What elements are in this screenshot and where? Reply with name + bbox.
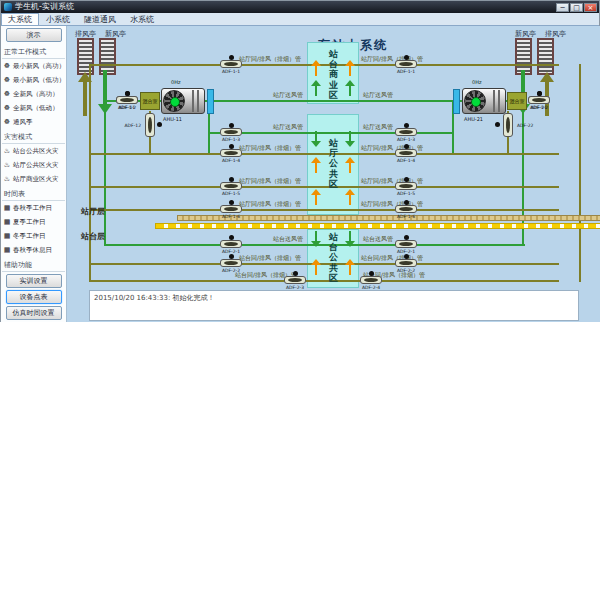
fan-impeller-icon xyxy=(163,90,185,112)
sidebar-item-label: 春秋季休息日 xyxy=(13,246,52,255)
damper[interactable]: ADF-1-3 xyxy=(395,123,417,142)
mode-icon: ▦ xyxy=(3,218,11,226)
sidebar-item-3-2[interactable]: ▦夏季工作日 xyxy=(1,215,66,229)
damper-blade-icon xyxy=(224,242,238,246)
sidebar-item-1-5[interactable]: ☸通风季 xyxy=(1,115,66,129)
tab-3[interactable]: 隧道通风 xyxy=(77,13,123,25)
section-header-2: 灾害模式 xyxy=(2,129,65,144)
damper[interactable]: ADF-11 xyxy=(116,91,138,110)
damper-blade-icon xyxy=(399,62,413,66)
damper-body-icon xyxy=(220,240,242,248)
platform-edge-dashed-line xyxy=(155,223,600,229)
damper[interactable]: ADF-2-1 xyxy=(220,235,242,254)
fan-status-light xyxy=(170,97,180,107)
damper-blade-icon xyxy=(224,207,238,211)
damper-blade-icon xyxy=(399,130,413,134)
damper-tag: ADF-22 xyxy=(517,123,533,128)
section-header-3: 时间表 xyxy=(2,186,65,201)
mode-icon: ☸ xyxy=(3,118,11,126)
damper[interactable]: ADF-1-4 xyxy=(220,144,242,163)
damper-body-icon xyxy=(395,240,417,248)
damper[interactable]: ADF-1-5 xyxy=(220,177,242,196)
damper[interactable]: ADF-1-6 xyxy=(395,200,417,219)
mode-icon: ☸ xyxy=(3,90,11,98)
flow-arrow-down xyxy=(345,131,355,147)
sidebar-item-3-1[interactable]: ▦春秋季工作日 xyxy=(1,201,66,215)
damper[interactable]: ADF-2-3 xyxy=(284,271,306,290)
sidebar-item-1-1[interactable]: ☸最小新风（高功） xyxy=(1,59,66,73)
sidebar-item-1-4[interactable]: ☸全新风（低动） xyxy=(1,101,66,115)
damper-tag: ADF-1-5 xyxy=(220,191,242,196)
tab-2[interactable]: 小系统 xyxy=(39,13,77,25)
duct-label: 站厅回/排风（排烟）管 xyxy=(239,200,301,209)
damper-body-icon xyxy=(145,113,155,137)
demo-button[interactable]: 演示 xyxy=(6,28,62,42)
sidebar-item-label: 站厅公共区火灾 xyxy=(13,161,59,170)
damper[interactable]: ADF-2-4 xyxy=(360,271,382,290)
damper[interactable]: ADF-1-5 xyxy=(395,177,417,196)
aux-button-1[interactable]: 实训设置 xyxy=(6,274,62,288)
duct-label: 站厅送风管 xyxy=(363,123,393,132)
damper-body-icon xyxy=(395,182,417,190)
damper[interactable]: ADF-1-1 xyxy=(395,55,417,74)
damper-body-icon xyxy=(528,96,550,104)
duct-hall-return-2 xyxy=(89,153,559,155)
close-button[interactable]: × xyxy=(584,3,597,12)
aux-button-2[interactable]: 设备点表 xyxy=(6,290,62,304)
mode-icon: ♨ xyxy=(3,147,11,155)
damper[interactable]: ADF-1-3 xyxy=(220,123,242,142)
damper-blade-icon xyxy=(532,98,546,102)
damper[interactable]: ADF-1-6 xyxy=(220,200,242,219)
sidebar-item-1-3[interactable]: ☸全新风（高功） xyxy=(1,87,66,101)
damper-blade-icon xyxy=(399,184,413,188)
zone-label-commercial: 站台商业区 xyxy=(328,49,339,100)
ahu-fan-right[interactable] xyxy=(462,88,506,114)
damper-blade-icon xyxy=(399,242,413,246)
flow-arrow-up xyxy=(311,80,321,96)
mode-icon: ♨ xyxy=(3,175,11,183)
aux-button-3[interactable]: 仿真时间设置 xyxy=(6,306,62,320)
damper-body-icon xyxy=(395,60,417,68)
sidebar-item-2-1[interactable]: ♨站台公共区火灾 xyxy=(1,144,66,158)
damper-blade-icon xyxy=(148,117,152,133)
maximize-button[interactable]: □ xyxy=(570,3,583,12)
ahu-fan-left[interactable] xyxy=(161,88,205,114)
damper[interactable]: ADF-1-1 xyxy=(220,55,242,74)
tab-bar: 大系统小系统隧道通风水系统 xyxy=(1,13,599,26)
damper[interactable]: ADF-1-4 xyxy=(395,144,417,163)
sidebar-item-2-2[interactable]: ♨站厅公共区火灾 xyxy=(1,158,66,172)
duct-label: 站厅回/排风（排烟）管 xyxy=(239,177,301,186)
sidebar-item-1-2[interactable]: ☸最小新风（低功） xyxy=(1,73,66,87)
minimize-button[interactable]: ─ xyxy=(556,3,569,12)
damper[interactable]: ADF-2-1 xyxy=(395,235,417,254)
tab-4[interactable]: 水系统 xyxy=(123,13,161,25)
mode-icon: ☸ xyxy=(3,104,11,112)
tab-1[interactable]: 大系统 xyxy=(1,13,39,25)
exhaust-shaft-left xyxy=(77,38,94,75)
sidebar-item-label: 最小新风（高功） xyxy=(13,62,65,71)
damper[interactable]: ADF-21 xyxy=(528,91,550,110)
zone-label-platform-public: 站台公共区 xyxy=(328,232,339,283)
damper-tag: ADF-1-6 xyxy=(220,214,242,219)
mode-icon: ☸ xyxy=(3,76,11,84)
flow-arrow-up xyxy=(311,189,321,205)
app-body: 演示 正常工作模式☸最小新风（高功）☸最小新风（低功）☸全新风（高功）☸全新风（… xyxy=(1,26,599,322)
mode-icon: ▦ xyxy=(3,246,11,254)
damper-tag: ADF-21 xyxy=(528,105,550,110)
damper-tag: ADF-11 xyxy=(116,105,138,110)
event-log-panel: 2015/10/20 16:43:33: 初始化完成！ xyxy=(89,290,579,321)
damper-blade-icon xyxy=(224,130,238,134)
sidebar-item-3-3[interactable]: ▦冬季工作日 xyxy=(1,229,66,243)
damper-vertical[interactable]: ADF-22 xyxy=(503,113,513,137)
damper-tag: ADF-1-1 xyxy=(220,69,242,74)
damper-blade-icon xyxy=(224,62,238,66)
sidebar-item-label: 冬季工作日 xyxy=(13,232,46,241)
sidebar-item-3-4[interactable]: ▦春秋季休息日 xyxy=(1,243,66,257)
duct-label: 站台送风管 xyxy=(363,235,393,244)
sidebar-item-2-3[interactable]: ♨站厅商业区火灾 xyxy=(1,172,66,186)
level-label-hall: 站厅层 xyxy=(81,206,105,217)
flow-arrow-down xyxy=(311,231,321,247)
damper-vertical[interactable]: ADF-12 xyxy=(145,113,155,137)
flow-arrow-down xyxy=(345,231,355,247)
duct-platform-return-2 xyxy=(89,280,559,282)
